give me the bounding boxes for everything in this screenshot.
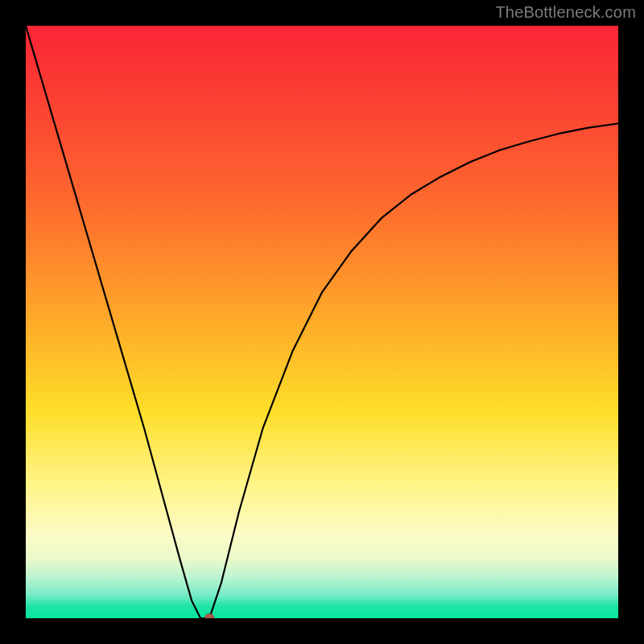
plot-area bbox=[26, 26, 618, 618]
curve-svg bbox=[26, 26, 618, 618]
minimum-marker bbox=[204, 613, 214, 618]
watermark-text: TheBottleneck.com bbox=[495, 3, 636, 22]
chart-frame: TheBottleneck.com bbox=[0, 0, 644, 644]
bottleneck-curve bbox=[26, 26, 618, 618]
